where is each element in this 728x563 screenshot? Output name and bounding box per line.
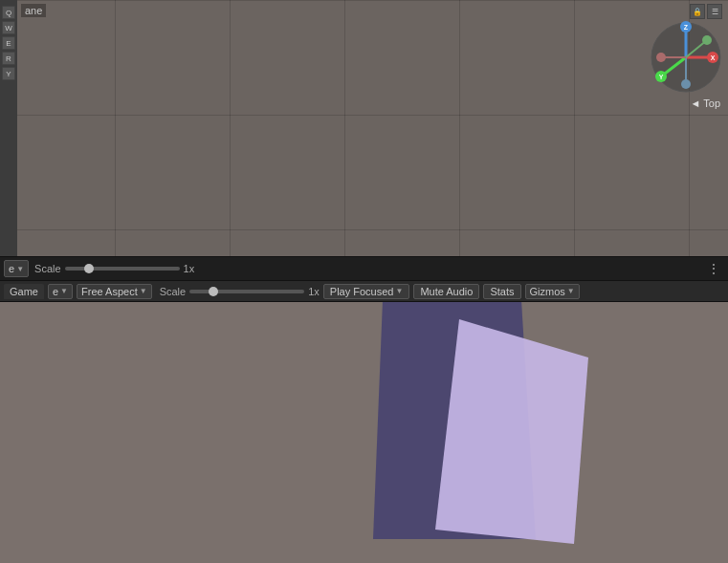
- display-arrow: ▼: [16, 265, 24, 273]
- svg-point-15: [702, 35, 712, 45]
- mute-audio-button[interactable]: Mute Audio: [413, 284, 479, 299]
- play-focused-arrow: ▼: [395, 287, 403, 295]
- scale-container: Scale 1x: [34, 263, 194, 274]
- game-toolbar: Game e ▼ Free Aspect ▼ Scale 1x Play Foc…: [0, 281, 728, 302]
- tool-btn-w[interactable]: W: [2, 21, 15, 34]
- svg-point-13: [656, 53, 666, 62]
- game-scale-container: Scale 1x: [160, 286, 320, 297]
- tool-btn-e[interactable]: E: [2, 36, 15, 50]
- game-scale-value: 1x: [308, 286, 320, 297]
- display-type-arrow: ▼: [60, 287, 68, 295]
- display-dropdown[interactable]: e ▼: [4, 260, 29, 277]
- gizmos-arrow: ▼: [567, 287, 575, 295]
- free-aspect-arrow: ▼: [140, 287, 147, 295]
- stats-button[interactable]: Stats: [483, 284, 520, 299]
- scale-slider[interactable]: [65, 267, 180, 271]
- display-label: e: [9, 263, 14, 274]
- left-toolbar: Q W E R Y: [0, 0, 17, 258]
- gizmo-area: 🔒 ☰ Z X Y: [642, 0, 728, 105]
- play-focused-label: Play Focused: [330, 286, 394, 297]
- svg-text:Z: Z: [684, 24, 689, 31]
- scale-label: Scale: [34, 263, 61, 274]
- free-aspect-dropdown[interactable]: Free Aspect ▼: [77, 284, 152, 299]
- gizmos-label: Gizmos: [530, 286, 565, 297]
- scene-label: ane: [21, 4, 46, 17]
- game-view: [0, 281, 728, 563]
- tool-btn-q[interactable]: Q: [2, 6, 15, 19]
- free-aspect-label: Free Aspect: [81, 286, 138, 297]
- shape-container: [0, 281, 728, 563]
- game-shapes-svg: [0, 281, 728, 563]
- grid-overlay: [0, 0, 728, 258]
- more-button[interactable]: ⋮: [703, 261, 724, 276]
- gizmo-top-label[interactable]: ◄ Top: [691, 97, 720, 109]
- tool-btn-r[interactable]: R: [2, 52, 15, 65]
- display-type-label: e: [53, 286, 58, 297]
- scale-value: 1x: [184, 263, 195, 274]
- game-scale-slider[interactable]: [189, 290, 304, 293]
- scene-toolbar-bar: e ▼ Scale 1x ⋮: [0, 256, 728, 281]
- game-scale-label: Scale: [160, 286, 187, 297]
- svg-text:X: X: [711, 54, 716, 61]
- gizmo-lock-btn[interactable]: 🔒: [690, 4, 705, 19]
- gizmos-dropdown[interactable]: Gizmos ▼: [525, 284, 580, 299]
- display-type-dropdown[interactable]: e ▼: [48, 284, 73, 299]
- play-focused-button[interactable]: Play Focused ▼: [323, 284, 410, 299]
- game-scale-thumb: [209, 287, 218, 296]
- gizmo-menu-btn[interactable]: ☰: [707, 4, 722, 19]
- scene-view: Q W E R Y ane 🔒 ☰ Z X: [0, 0, 728, 258]
- scale-thumb: [84, 264, 94, 273]
- tool-btn-y[interactable]: Y: [2, 67, 15, 80]
- gizmo-svg: Z X Y: [648, 19, 724, 96]
- svg-point-11: [681, 79, 691, 89]
- svg-text:Y: Y: [659, 74, 664, 80]
- game-tab[interactable]: Game: [4, 284, 44, 299]
- gizmo-widget[interactable]: Z X Y: [648, 19, 724, 96]
- gizmo-icons: 🔒 ☰: [690, 0, 728, 19]
- svg-marker-17: [435, 319, 588, 544]
